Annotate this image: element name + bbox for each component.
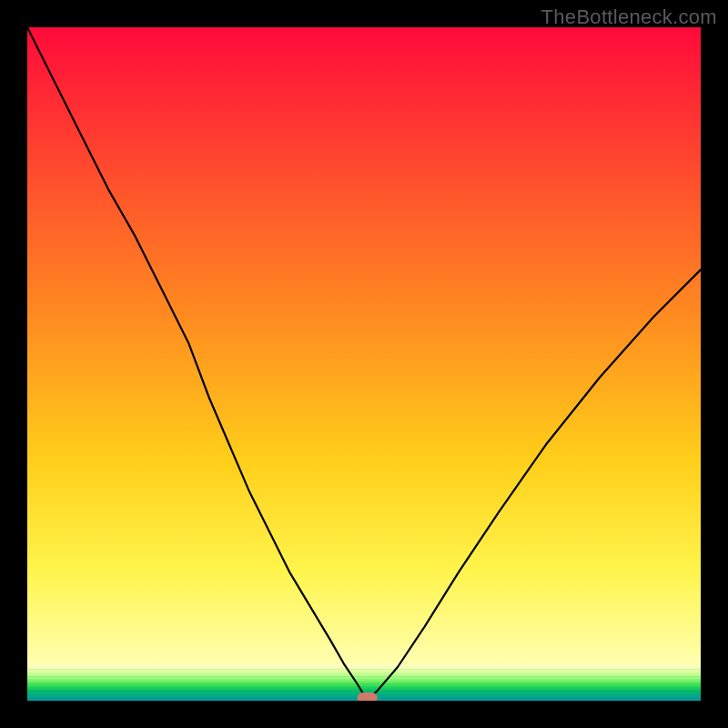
plot-area — [27, 27, 701, 701]
gradient-body — [27, 27, 701, 664]
optimal-marker — [358, 693, 378, 701]
chart-svg — [27, 27, 701, 701]
chart-frame: TheBottleneck.com — [0, 0, 728, 728]
watermark-text: TheBottleneck.com — [541, 5, 717, 29]
